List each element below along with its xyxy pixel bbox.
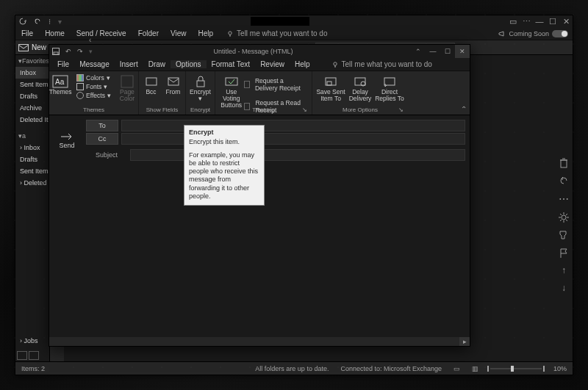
- cc-input[interactable]: [121, 133, 465, 145]
- group-tracking-label: Tracking: [215, 106, 312, 113]
- tab-help[interactable]: Help: [290, 60, 315, 68]
- delete-icon[interactable]: [559, 158, 569, 168]
- menu-home[interactable]: Home: [39, 29, 71, 37]
- to-button[interactable]: To: [86, 120, 118, 131]
- svg-rect-16: [327, 82, 331, 85]
- module-more-icon[interactable]: [29, 351, 39, 360]
- newmail-overflow-chevron[interactable]: ‹: [89, 36, 91, 44]
- nav-deleted[interactable]: Deleted Ite: [15, 114, 49, 126]
- tag-icon[interactable]: [559, 230, 569, 240]
- from-button[interactable]: From: [163, 73, 184, 95]
- menu-help[interactable]: Help: [193, 29, 220, 37]
- nav-inbox[interactable]: Inbox: [15, 67, 49, 79]
- cc-button[interactable]: Cc: [86, 133, 118, 145]
- favorites-header[interactable]: ▾Favorites: [15, 55, 49, 67]
- nav-deleted-2[interactable]: › Deleted Item: [15, 177, 49, 189]
- voting-button[interactable]: Use Voting Buttons: [220, 73, 243, 109]
- effects-button[interactable]: Effects ▾: [76, 92, 111, 99]
- colors-button[interactable]: Colors ▾: [76, 74, 111, 82]
- tab-review[interactable]: Review: [255, 60, 290, 68]
- compose-tell-me[interactable]: Tell me what you want to do: [324, 60, 432, 68]
- module-mail-icon[interactable]: [17, 351, 27, 360]
- svg-rect-19: [384, 78, 395, 85]
- fonts-button[interactable]: Fonts ▾: [76, 83, 111, 90]
- more-icon[interactable]: ⋯: [559, 193, 569, 205]
- zoom-value: 10%: [553, 365, 567, 372]
- ribbon-options-icon[interactable]: ⋯: [520, 15, 533, 27]
- subject-label: Subject: [86, 151, 127, 159]
- menu-file[interactable]: File: [15, 29, 39, 37]
- group-more-options: Save Sent Item To Delay Delivery Direct …: [312, 71, 408, 115]
- tab-format[interactable]: Format Text: [207, 60, 256, 68]
- tracking-launcher-icon[interactable]: ↘: [302, 106, 307, 113]
- status-bar: Items: 2 All folders are up to date. Con…: [15, 361, 573, 375]
- nav-drafts-2[interactable]: Drafts: [15, 154, 49, 165]
- tab-draw[interactable]: Draw: [143, 60, 171, 68]
- svg-text:Aa: Aa: [55, 78, 65, 86]
- svg-rect-12: [168, 78, 179, 85]
- minimize-icon-2[interactable]: —: [426, 45, 440, 58]
- themes-button[interactable]: Aa Themes: [46, 73, 75, 95]
- account-redacted: [251, 17, 309, 26]
- collapse-ribbon-chevron[interactable]: ⌃: [461, 105, 467, 113]
- main-tell-me[interactable]: Tell me what you want to do: [226, 29, 327, 37]
- hscroll-right-icon[interactable]: ▸: [459, 337, 470, 346]
- delay-delivery-button[interactable]: Delay Delivery: [347, 73, 373, 102]
- group-encrypt-label: Encrypt: [186, 106, 215, 113]
- menu-sendrecv[interactable]: Send / Receive: [71, 29, 132, 37]
- main-menu: File Home Send / Receive Folder View Hel…: [15, 27, 573, 40]
- menu-view[interactable]: View: [165, 29, 193, 37]
- qat-redo-icon[interactable]: ↷: [74, 48, 86, 55]
- display-options-icon[interactable]: ▭: [506, 15, 520, 27]
- compose-hscroll[interactable]: ▸: [49, 337, 470, 346]
- bcc-button[interactable]: Bcc: [141, 73, 162, 95]
- subject-input[interactable]: [130, 149, 465, 161]
- settings-icon[interactable]: [559, 212, 569, 223]
- collapse-ribbon-icon[interactable]: ⌃: [411, 45, 426, 58]
- qat-overflow-icon[interactable]: ⁝: [45, 18, 54, 26]
- qat-undo-icon[interactable]: ↶: [62, 48, 74, 55]
- maximize-icon-2[interactable]: ☐: [440, 45, 455, 58]
- menu-folder[interactable]: Folder: [132, 29, 165, 37]
- view-reading-icon[interactable]: ▥: [472, 365, 478, 372]
- minimize-icon[interactable]: —: [533, 15, 546, 27]
- up-icon[interactable]: ↑: [562, 265, 566, 275]
- send-button[interactable]: Send: [54, 120, 80, 161]
- nav-jobs[interactable]: › Jobs: [15, 335, 49, 347]
- nav-sent[interactable]: Sent Items: [15, 79, 49, 90]
- svg-rect-6: [54, 52, 58, 54]
- undo-icon-2[interactable]: [559, 176, 569, 186]
- sync-icon[interactable]: [15, 18, 30, 25]
- qat-save-icon[interactable]: [49, 48, 62, 55]
- zoom-slider[interactable]: [490, 368, 542, 369]
- direct-replies-button[interactable]: Direct Replies To: [375, 73, 404, 102]
- flag-icon[interactable]: [559, 248, 569, 258]
- group-show-fields: Bcc From Show Fields: [139, 71, 186, 115]
- status-folders: All folders are up to date.: [255, 365, 329, 372]
- coming-soon[interactable]: Coming Soon: [494, 30, 573, 37]
- delivery-receipt-checkbox[interactable]: Request a Delivery Receipt: [244, 77, 307, 92]
- tab-message[interactable]: Message: [74, 60, 115, 68]
- account-header[interactable]: ▾a: [15, 130, 49, 142]
- nav-inbox-2[interactable]: › Inbox: [15, 142, 49, 154]
- nav-archive[interactable]: Archive: [15, 102, 49, 114]
- to-input[interactable]: [121, 120, 465, 131]
- tab-options[interactable]: Options: [171, 60, 206, 68]
- tab-file[interactable]: File: [52, 60, 74, 68]
- nav-drafts[interactable]: Drafts: [15, 90, 49, 102]
- view-normal-icon[interactable]: ▭: [453, 365, 460, 372]
- down-icon[interactable]: ↓: [562, 283, 566, 293]
- more-launcher-icon[interactable]: ↘: [398, 106, 404, 113]
- nav-sent-2[interactable]: Sent Items: [15, 165, 49, 177]
- close-icon-2[interactable]: ✕: [455, 45, 470, 58]
- undo-icon[interactable]: [30, 18, 45, 25]
- tab-insert[interactable]: Insert: [115, 60, 143, 68]
- maximize-icon[interactable]: ☐: [546, 15, 559, 27]
- page-color-button: Page Color: [112, 73, 142, 102]
- close-icon[interactable]: ✕: [559, 15, 573, 27]
- save-sent-button[interactable]: Save Sent Item To: [316, 73, 345, 102]
- compose-title: Untitled - Message (HTML): [96, 48, 411, 55]
- coming-soon-toggle[interactable]: [552, 30, 568, 37]
- envelope-icon: [18, 44, 29, 51]
- encrypt-button[interactable]: Encrypt▾: [188, 73, 213, 102]
